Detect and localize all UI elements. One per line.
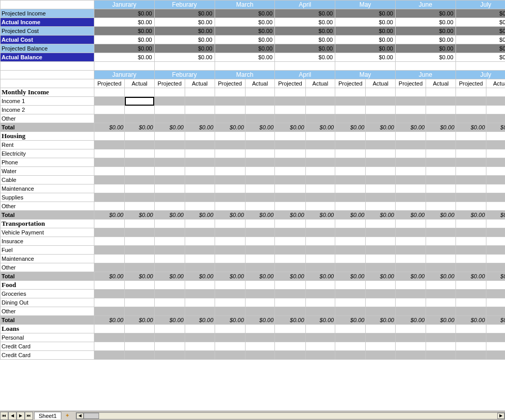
cell[interactable] xyxy=(215,106,245,114)
horizontal-scrollbar[interactable]: ◀ ▶ xyxy=(76,412,505,419)
cell[interactable] xyxy=(366,88,396,97)
summary-value[interactable]: $0.00 xyxy=(335,36,396,44)
cell[interactable] xyxy=(215,149,245,158)
cell[interactable] xyxy=(125,263,155,272)
cell[interactable] xyxy=(275,263,305,272)
summary-value[interactable]: $0.00 xyxy=(335,44,396,53)
cell[interactable] xyxy=(215,193,245,202)
cell[interactable] xyxy=(335,184,366,193)
summary-value[interactable]: $0.00 xyxy=(215,44,275,53)
cell[interactable] xyxy=(305,325,335,333)
cell[interactable] xyxy=(154,351,185,360)
cell[interactable] xyxy=(486,237,505,246)
cell[interactable] xyxy=(455,220,486,228)
cell[interactable] xyxy=(486,281,505,290)
summary-value[interactable]: $0.00 xyxy=(94,27,154,36)
cell[interactable] xyxy=(305,114,335,123)
cell[interactable] xyxy=(185,97,215,106)
hscroll-thumb[interactable] xyxy=(84,413,99,419)
cell[interactable] xyxy=(245,114,275,123)
empty-cell[interactable] xyxy=(455,62,505,71)
cell[interactable] xyxy=(366,149,396,158)
cell[interactable] xyxy=(185,246,215,255)
cell[interactable] xyxy=(245,97,275,106)
cell[interactable] xyxy=(215,114,245,123)
summary-value[interactable]: $0.00 xyxy=(275,27,335,36)
cell[interactable] xyxy=(215,97,245,106)
cell[interactable] xyxy=(395,325,426,333)
cell[interactable] xyxy=(305,263,335,272)
cell[interactable] xyxy=(185,114,215,123)
cell[interactable] xyxy=(245,333,275,342)
cell[interactable] xyxy=(215,88,245,97)
cell[interactable] xyxy=(185,325,215,333)
cell[interactable] xyxy=(94,325,124,333)
summary-value[interactable]: $0.00 xyxy=(455,44,505,53)
summary-value[interactable]: $0.00 xyxy=(395,44,455,53)
cell[interactable] xyxy=(486,307,505,316)
cell[interactable] xyxy=(486,298,505,307)
cell[interactable] xyxy=(215,220,245,228)
sheet-tab[interactable]: Sheet1 xyxy=(34,412,61,419)
cell[interactable] xyxy=(395,193,426,202)
cell[interactable] xyxy=(275,114,305,123)
cell[interactable] xyxy=(335,167,366,176)
cell[interactable] xyxy=(245,228,275,237)
cell[interactable] xyxy=(455,97,486,106)
cell[interactable] xyxy=(94,141,124,149)
cell[interactable] xyxy=(455,237,486,246)
add-sheet-icon[interactable]: ✦ xyxy=(63,412,72,420)
cell[interactable] xyxy=(154,184,185,193)
cell[interactable] xyxy=(125,342,155,351)
cell[interactable] xyxy=(455,298,486,307)
tab-nav-last[interactable]: ⏭ xyxy=(25,412,33,420)
cell[interactable] xyxy=(426,333,456,342)
cell[interactable] xyxy=(305,290,335,298)
tab-nav-prev[interactable]: ◀ xyxy=(8,412,17,420)
summary-value[interactable]: $0.00 xyxy=(154,44,215,53)
cell[interactable] xyxy=(395,88,426,97)
cell[interactable] xyxy=(275,342,305,351)
summary-value[interactable]: $0.00 xyxy=(154,27,215,36)
cell[interactable] xyxy=(245,298,275,307)
cell[interactable] xyxy=(455,202,486,211)
cell[interactable] xyxy=(305,184,335,193)
summary-value[interactable]: $0.00 xyxy=(455,53,505,62)
cell[interactable] xyxy=(305,167,335,176)
cell[interactable] xyxy=(125,298,155,307)
cell[interactable] xyxy=(486,220,505,228)
cell[interactable] xyxy=(426,246,456,255)
cell[interactable] xyxy=(335,333,366,342)
cell[interactable] xyxy=(335,281,366,290)
cell[interactable] xyxy=(395,184,426,193)
cell[interactable] xyxy=(366,202,396,211)
cell[interactable] xyxy=(215,290,245,298)
empty-cell[interactable] xyxy=(154,62,215,71)
cell[interactable] xyxy=(154,325,185,333)
cell[interactable] xyxy=(125,255,155,263)
cell[interactable] xyxy=(366,220,396,228)
cell[interactable] xyxy=(486,202,505,211)
cell[interactable] xyxy=(125,220,155,228)
cell[interactable] xyxy=(305,220,335,228)
summary-value[interactable]: $0.00 xyxy=(94,36,154,44)
cell[interactable] xyxy=(366,193,396,202)
cell[interactable] xyxy=(275,333,305,342)
cell[interactable] xyxy=(245,167,275,176)
cell[interactable] xyxy=(486,246,505,255)
cell[interactable] xyxy=(245,307,275,316)
cell[interactable] xyxy=(245,220,275,228)
cell[interactable] xyxy=(426,307,456,316)
cell[interactable] xyxy=(305,97,335,106)
cell[interactable] xyxy=(366,263,396,272)
cell[interactable] xyxy=(125,167,155,176)
summary-value[interactable]: $0.00 xyxy=(94,44,154,53)
cell[interactable] xyxy=(395,290,426,298)
summary-value[interactable]: $0.00 xyxy=(335,27,396,36)
cell[interactable] xyxy=(305,342,335,351)
cell[interactable] xyxy=(395,255,426,263)
cell[interactable] xyxy=(305,307,335,316)
cell[interactable] xyxy=(215,342,245,351)
cell[interactable] xyxy=(335,106,366,114)
cell[interactable] xyxy=(335,351,366,360)
